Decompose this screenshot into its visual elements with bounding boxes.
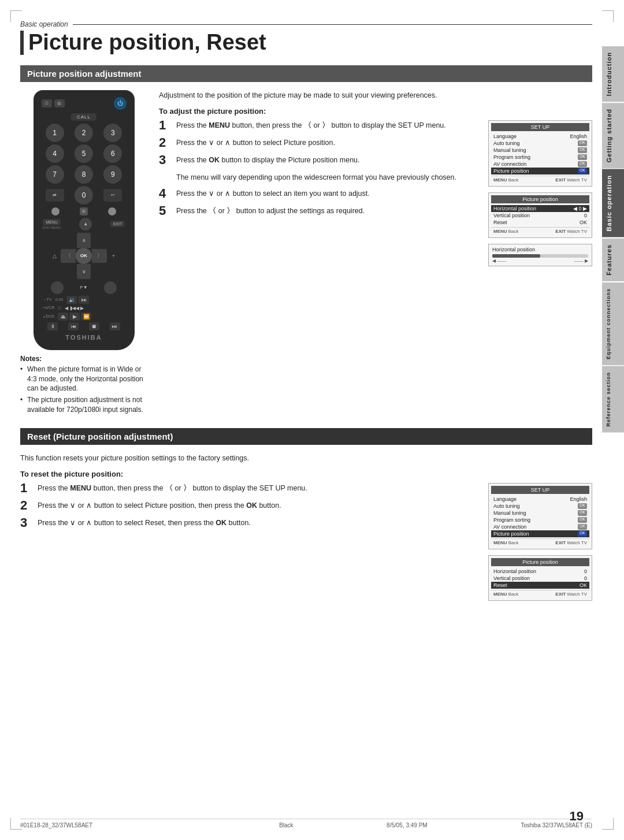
remote-top: ⊡ ▤ ⏻ bbox=[38, 95, 130, 111]
remote-brand: TOSHIBA bbox=[38, 334, 130, 341]
remote-btn-prog[interactable]: ⊞ bbox=[80, 207, 88, 215]
screen-row-manual: Manual tuning OK bbox=[491, 147, 589, 154]
remote-btn-grey1[interactable] bbox=[51, 207, 60, 215]
remote-sound-btn2[interactable]: ⏭ bbox=[79, 296, 89, 304]
reset-step-2: 2 Press the ∨ or ∧ button to select Pict… bbox=[20, 500, 479, 512]
remote-dpad-right[interactable]: 〉 bbox=[92, 249, 107, 263]
remote-exit-btn[interactable]: EXIT bbox=[110, 221, 125, 227]
step-5: 5 Press the 〈 or 〉 button to adjust the … bbox=[159, 206, 479, 217]
remote-power-btn[interactable]: ⏻ bbox=[114, 97, 127, 110]
note-item-2: The picture position adjustment is not a… bbox=[20, 395, 147, 415]
remote-num-2[interactable]: 2 bbox=[75, 124, 93, 142]
remote-menu-row: MENU DVD MENU ▲ EXIT bbox=[43, 218, 125, 231]
step-5-num: 5 bbox=[159, 205, 170, 217]
hbar-ends: ◀ —— —— ▶ bbox=[492, 258, 588, 263]
remote-num-6[interactable]: 6 bbox=[103, 144, 122, 163]
ok-badge-prog: OK bbox=[578, 154, 587, 160]
remote-dpad-container: △ ∧ 〈 OK 〉 ∨ + bbox=[38, 233, 130, 279]
remote-btn-stop[interactable]: ⏹ bbox=[89, 322, 99, 330]
remote-ok-btn[interactable]: OK bbox=[76, 248, 92, 264]
reset-steps-and-screens: 1 Press the MENU button, then press the … bbox=[20, 483, 592, 601]
remote-num-4[interactable]: 4 bbox=[46, 144, 64, 163]
remote-call-btn[interactable]: CALL bbox=[71, 113, 96, 121]
reset-step-1: 1 Press the MENU button, then press the … bbox=[20, 483, 479, 495]
remote-sound-btns: 🔉 ⏭ bbox=[66, 296, 89, 304]
reset-intro-text: This function resets your picture positi… bbox=[20, 453, 592, 464]
remote-num-5[interactable]: 5 bbox=[75, 144, 93, 163]
remote-btn-e8[interactable]: ⏮ bbox=[68, 322, 79, 330]
section-header-line: Basic operation bbox=[20, 20, 592, 28]
remote-special-left[interactable]: ⇄ bbox=[46, 189, 64, 202]
step-3-num: 3 bbox=[159, 154, 170, 166]
reset-screen-row-auto: Auto tuning OK bbox=[491, 503, 589, 510]
ok-badge-auto-r: OK bbox=[578, 503, 587, 509]
reset-section: Reset (Picture position adjustment) This… bbox=[20, 428, 592, 601]
tab-introduction[interactable]: Introduction bbox=[602, 46, 624, 102]
remote-num-9[interactable]: 9 bbox=[103, 165, 122, 184]
remote-icon-2: ▤ bbox=[54, 99, 65, 107]
screen-pos-horiz: Horizontal position ◀ 0 ▶ bbox=[491, 205, 589, 212]
reset-sub-heading: To reset the picture position: bbox=[20, 470, 592, 478]
screen-row-prog: Program sorting OK bbox=[491, 154, 589, 161]
remote-dpad: △ ∧ 〈 OK 〉 ∨ + bbox=[61, 233, 107, 279]
screen-pic-pos-title: Picture position bbox=[491, 195, 589, 203]
remote-special-right[interactable]: ↩ bbox=[103, 189, 122, 202]
step-2-num: 2 bbox=[159, 136, 170, 149]
remote-btn-e7[interactable]: ⏸ bbox=[47, 322, 58, 330]
footer-color: Black bbox=[279, 822, 293, 828]
reset-screen-setup-title: SET UP bbox=[491, 486, 589, 494]
reset-screen-vert: Vertical position 0 bbox=[491, 575, 589, 582]
reset-step-2-num: 2 bbox=[20, 499, 32, 512]
screen-hbar: Horizontal position ◀ —— —— ▶ bbox=[488, 244, 592, 266]
steps-main: 1 Press the MENU button, then press the … bbox=[159, 120, 479, 266]
footer-date: 8/5/05, 3:49 PM bbox=[387, 822, 428, 828]
remote-dpad-left[interactable]: 〈 bbox=[61, 249, 76, 263]
hbar-fill bbox=[492, 254, 540, 258]
remote-dpad-up[interactable]: ∧ bbox=[77, 233, 91, 248]
tab-reference-section[interactable]: Reference section bbox=[602, 366, 624, 433]
remote-num-1[interactable]: 1 bbox=[46, 124, 64, 142]
section-header-text: Basic operation bbox=[20, 20, 68, 28]
remote-transport-row: ⏸ ⏮ ⏹ ⏭ bbox=[43, 322, 125, 330]
step-2-text: Press the ∨ or ∧ button to select Pictur… bbox=[176, 137, 479, 148]
remote-eject[interactable]: ⏏ bbox=[58, 313, 68, 321]
reset-screen-row-pic-pos: Picture position OK bbox=[491, 530, 589, 537]
remote-vol-right: + bbox=[112, 253, 115, 259]
remote-num-7[interactable]: 7 bbox=[46, 165, 64, 184]
reset-section-bar: Reset (Picture position adjustment) bbox=[20, 428, 592, 445]
screen-row-lang: Language English bbox=[491, 133, 589, 140]
remote-num-0[interactable]: 0 bbox=[75, 186, 93, 205]
step-3-text: Press the OK button to display the Pictu… bbox=[176, 155, 479, 166]
tab-basic-operation[interactable]: Basic operation bbox=[602, 169, 624, 237]
screen-pos-vert: Vertical position 0 bbox=[491, 212, 589, 219]
picture-position-section-bar: Picture position adjustment bbox=[20, 65, 592, 82]
tab-features[interactable]: Features bbox=[602, 239, 624, 281]
remote-num-8[interactable]: 8 bbox=[75, 165, 93, 184]
screen-footer-1: MENU Back EXIT Watch TV bbox=[491, 176, 589, 184]
step-4: 4 Press the ∨ or ∧ button to select an i… bbox=[159, 188, 479, 200]
remote-dpad-down[interactable]: ∨ bbox=[77, 264, 91, 279]
remote-bottom-row: P▼ bbox=[43, 281, 125, 294]
remote-btn-grey2[interactable] bbox=[108, 207, 116, 215]
remote-btn-skip[interactable]: ⏭ bbox=[110, 322, 120, 330]
remote-menu-btn[interactable]: MENU bbox=[43, 219, 61, 225]
reset-screen-row-av: AV connection OK bbox=[491, 523, 589, 530]
notes-list: When the picture format is in Wide or 4:… bbox=[20, 365, 147, 415]
remote-play[interactable]: ▶ bbox=[69, 313, 80, 321]
step-1-text: Press the MENU button, then press the 〈 … bbox=[176, 120, 479, 131]
remote-sound-btn[interactable]: 🔉 bbox=[66, 296, 77, 304]
remote-num-3[interactable]: 3 bbox=[103, 124, 122, 142]
remote-btn-a[interactable] bbox=[51, 281, 64, 294]
reset-step-1-num: 1 bbox=[20, 482, 32, 495]
screen-pos-reset: Reset OK bbox=[491, 219, 589, 226]
left-column: ⊡ ▤ ⏻ CALL 1 2 3 4 5 6 bbox=[20, 90, 147, 417]
tab-equipment-connections[interactable]: Equipment connections bbox=[602, 283, 624, 365]
remote-p-up[interactable]: ▲ bbox=[79, 218, 92, 231]
footer-left: #01E18-28_32/37WL58AET bbox=[20, 822, 92, 828]
tab-getting-started[interactable]: Getting started bbox=[602, 103, 624, 168]
reset-screen-row-lang: Language English bbox=[491, 496, 589, 503]
remote-btn-b[interactable] bbox=[104, 281, 117, 294]
remote-forward[interactable]: ⏩ bbox=[81, 313, 91, 321]
page-title: Picture position, Reset bbox=[20, 31, 592, 55]
reset-step-1-text: Press the MENU button, then press the 〈 … bbox=[38, 483, 479, 494]
